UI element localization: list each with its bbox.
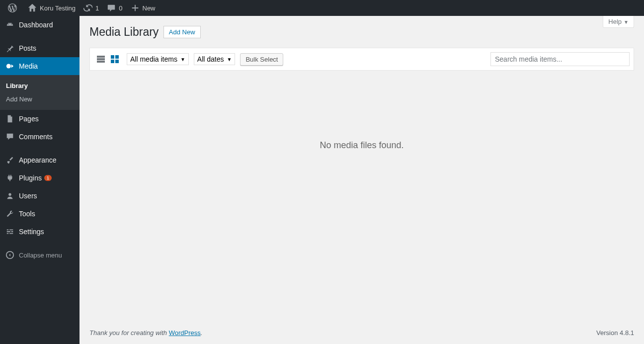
sidebar-item-label: Plugins <box>19 174 42 182</box>
sidebar-item-label: Tools <box>19 210 35 218</box>
collapse-label: Collapse menu <box>19 252 62 259</box>
admin-sidebar: Dashboard Posts Media Library Add New Pa… <box>0 16 80 344</box>
sidebar-item-label: Pages <box>19 115 39 123</box>
refresh-icon <box>83 3 92 12</box>
plus-icon <box>131 3 140 12</box>
site-name-label: Koru Testing <box>40 4 76 12</box>
help-label: Help <box>608 18 622 25</box>
wp-logo-menu[interactable] <box>4 0 24 16</box>
collapse-icon <box>5 250 15 260</box>
empty-message: No media files found. <box>89 71 634 322</box>
sidebar-item-media[interactable]: Media <box>0 57 80 75</box>
page-header: Media Library Add New <box>89 21 634 41</box>
brush-icon <box>5 155 15 165</box>
new-content-menu[interactable]: New <box>127 0 160 16</box>
collapse-menu-button[interactable]: Collapse menu <box>0 246 80 264</box>
date-filter[interactable]: All dates▼ <box>194 53 236 65</box>
sidebar-item-label: Appearance <box>19 156 57 164</box>
view-switch <box>94 52 122 66</box>
sidebar-item-users[interactable]: Users <box>0 187 80 205</box>
update-badge: 1 <box>44 175 52 181</box>
media-icon <box>5 61 15 71</box>
add-new-button[interactable]: Add New <box>163 26 201 38</box>
search-input[interactable] <box>490 52 630 66</box>
version-label: Version 4.8.1 <box>596 329 634 337</box>
grid-icon <box>110 54 120 64</box>
page-icon <box>5 114 15 124</box>
home-icon <box>28 3 37 12</box>
pin-icon <box>5 43 15 53</box>
filter-date-label: All dates <box>197 55 224 63</box>
grid-view-button[interactable] <box>108 52 122 66</box>
admin-footer: Thank you for creating with WordPress. V… <box>89 322 634 344</box>
comments-menu[interactable]: 0 <box>103 0 126 16</box>
list-icon <box>96 54 106 64</box>
main-content: Help▼ Media Library Add New All media it… <box>80 16 644 344</box>
user-icon <box>5 191 15 201</box>
sidebar-item-label: Media <box>19 62 38 70</box>
media-submenu: Library Add New <box>0 75 80 110</box>
sidebar-item-pages[interactable]: Pages <box>0 110 80 128</box>
sidebar-item-comments[interactable]: Comments <box>0 128 80 146</box>
wordpress-link[interactable]: WordPress <box>169 329 201 337</box>
sidebar-item-tools[interactable]: Tools <box>0 205 80 223</box>
comment-icon <box>107 3 116 12</box>
chevron-down-icon: ▼ <box>624 19 629 25</box>
filter-type-label: All media items <box>130 55 177 63</box>
svg-point-0 <box>6 64 11 69</box>
sidebar-item-settings[interactable]: Settings <box>0 223 80 241</box>
media-type-filter[interactable]: All media items▼ <box>127 53 189 65</box>
admin-bar: Koru Testing 1 0 New <box>0 0 644 16</box>
sidebar-item-appearance[interactable]: Appearance <box>0 151 80 169</box>
sidebar-item-plugins[interactable]: Plugins 1 <box>0 169 80 187</box>
footer-thanks: Thank you for creating with WordPress. <box>89 329 202 337</box>
comments-icon <box>5 132 15 142</box>
sliders-icon <box>5 227 15 237</box>
page-title: Media Library <box>89 21 159 41</box>
sidebar-item-label: Settings <box>19 228 44 236</box>
sidebar-item-posts[interactable]: Posts <box>0 39 80 57</box>
wordpress-icon <box>8 3 17 12</box>
wrench-icon <box>5 209 15 219</box>
sidebar-item-dashboard[interactable]: Dashboard <box>0 16 80 34</box>
sidebar-item-label: Posts <box>19 44 36 52</box>
comments-count: 0 <box>119 4 122 12</box>
media-toolbar: All media items▼ All dates▼ Bulk Select <box>89 48 634 71</box>
bulk-select-button[interactable]: Bulk Select <box>240 53 283 66</box>
submenu-item-add-new[interactable]: Add New <box>0 92 80 106</box>
svg-point-1 <box>8 193 11 196</box>
chevron-down-icon: ▼ <box>180 57 185 62</box>
help-tab[interactable]: Help▼ <box>603 16 634 28</box>
dashboard-icon <box>5 20 15 30</box>
updates-count: 1 <box>95 4 99 12</box>
sidebar-item-label: Users <box>19 192 37 200</box>
updates-menu[interactable]: 1 <box>80 0 103 16</box>
site-name-menu[interactable]: Koru Testing <box>24 0 80 16</box>
chevron-down-icon: ▼ <box>227 57 232 62</box>
submenu-item-library[interactable]: Library <box>0 79 80 92</box>
new-label: New <box>143 4 156 12</box>
list-view-button[interactable] <box>94 52 108 66</box>
sidebar-item-label: Comments <box>19 133 53 141</box>
plug-icon <box>5 173 15 183</box>
sidebar-item-label: Dashboard <box>19 21 53 29</box>
